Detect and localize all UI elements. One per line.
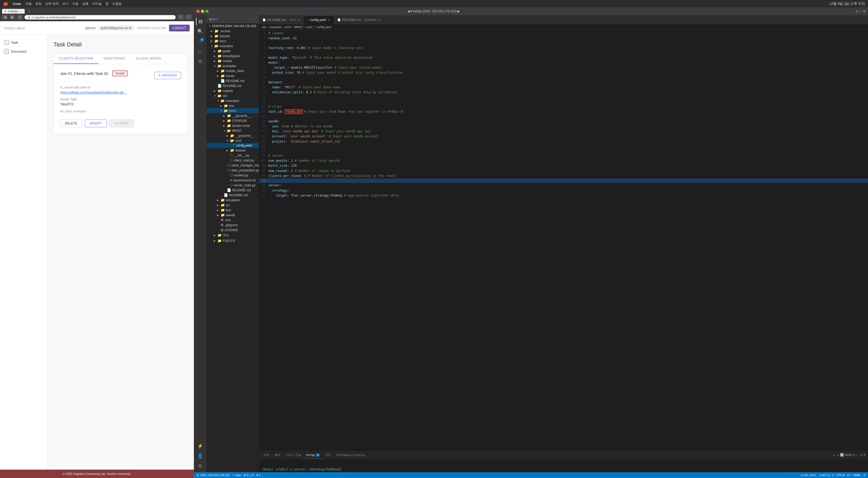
close-window-button[interactable] bbox=[196, 10, 199, 13]
tree-item-dataset[interactable]: ▶ 📁 dataset bbox=[207, 34, 259, 38]
back-button[interactable]: ◀ bbox=[2, 15, 8, 20]
tree-item-client-manager[interactable]: ⬡ client_manager_main.py bbox=[207, 163, 259, 168]
menu-help[interactable]: 도움말 bbox=[112, 2, 122, 6]
tree-item-simulation[interactable]: ▶ 📁 simulation bbox=[207, 198, 259, 203]
tab-clients-selection[interactable]: CLIENTS SELECTION bbox=[54, 54, 98, 64]
tree-item-readme4[interactable]: 📄 README.md bbox=[207, 192, 259, 198]
ports-tab[interactable]: 포트 bbox=[322, 451, 334, 458]
files-count[interactable]: ♥ 2 bbox=[256, 474, 261, 477]
tree-item-readme-mobile[interactable]: 📄 README.md bbox=[207, 78, 259, 83]
menu-run[interactable]: 실행 bbox=[82, 2, 89, 6]
tree-item-cifar[interactable]: ▶ 📁 CIFAR100 bbox=[207, 118, 259, 123]
tree-item-docs[interactable]: ▶ 📁 docs bbox=[207, 38, 259, 43]
git-activity-icon[interactable]: ⑂ 2 bbox=[196, 37, 204, 46]
menu-dots-button[interactable]: ⋮ bbox=[185, 15, 192, 20]
tree-item-client-main[interactable]: ⬡ client_main.py bbox=[207, 158, 259, 163]
maximize-window-button[interactable] bbox=[206, 10, 209, 13]
sidebar-item-task[interactable]: + Task bbox=[0, 38, 47, 47]
tree-item-conf[interactable]: ▼ 📂 conf bbox=[207, 138, 259, 143]
tree-item-test[interactable]: ▶ 📁 test bbox=[207, 103, 259, 108]
tree-item-wandb[interactable]: ▶ 📁 wandb bbox=[207, 212, 259, 217]
output-tab[interactable]: 출력 bbox=[272, 451, 283, 458]
tree-item-vscode[interactable]: ▶ 📁 .vscode bbox=[207, 29, 259, 34]
minimize-window-button[interactable] bbox=[201, 10, 204, 13]
tree-item-torch[interactable]: ▼ 📂 torch bbox=[207, 108, 259, 113]
editor-tab-config-yaml[interactable]: ! config.yaml ✕ bbox=[304, 15, 334, 24]
problems-tab[interactable]: 문제 bbox=[261, 451, 272, 458]
remote-activity-icon[interactable]: ⚡ bbox=[196, 442, 204, 450]
feedback-icon[interactable]: ♔ bbox=[863, 474, 866, 477]
tree-item-license[interactable]: ⊞ LICENSE bbox=[207, 228, 259, 233]
reload-button[interactable]: ↻ bbox=[17, 15, 23, 20]
spaces[interactable]: 스페이스: 2 bbox=[819, 473, 834, 477]
tree-item-models[interactable]: ⬡ models.py bbox=[207, 173, 259, 178]
terminal-tab[interactable]: 터미널 2 bbox=[303, 451, 322, 458]
tree-item-mobile[interactable]: ▶ 📁 mobile bbox=[207, 58, 259, 63]
tree-item-config-yaml[interactable]: ! config.yaml bbox=[207, 143, 259, 148]
line-ending[interactable]: LF bbox=[847, 474, 850, 477]
tree-item-examples[interactable]: ▼ 📂 examples bbox=[207, 43, 259, 49]
tree-item-mnist[interactable]: ▼ 📂 MNIST bbox=[207, 128, 259, 133]
tree-item-readme2[interactable]: 📄 README.md bbox=[207, 83, 259, 88]
tree-item-overview[interactable]: ▶ 📁 개요 bbox=[207, 233, 259, 238]
tree-item-examples2[interactable]: ▼ 📂 examples bbox=[207, 63, 259, 68]
tab-monitoring[interactable]: MONITORING bbox=[98, 54, 131, 64]
debug-console-tab[interactable]: 디버그 콘솔 bbox=[283, 451, 303, 458]
tree-item-readme3[interactable]: 📄 README.md bbox=[207, 188, 259, 192]
tree-item-requirements[interactable]: ≡ requirements.txt bbox=[207, 178, 259, 183]
new-tab-button[interactable]: ＋ bbox=[27, 9, 31, 13]
editor-tab-readme-examples[interactable]: 📄 README.md .../examples ✕ bbox=[334, 15, 384, 24]
settings-activity-icon[interactable]: ⚙ bbox=[196, 462, 204, 470]
menu-edit[interactable]: 편집 bbox=[35, 2, 42, 6]
forward-button[interactable]: ▶ bbox=[9, 15, 15, 20]
tree-item-mobile-client[interactable]: ▶ 📁 mobile_client bbox=[207, 68, 259, 73]
tree-item-init[interactable]: ⬡ __init__.py bbox=[207, 153, 259, 158]
tree-item-server[interactable]: ▶ 📁 server bbox=[207, 73, 259, 78]
language-mode[interactable]: YAML bbox=[853, 474, 861, 477]
tree-item-outputs[interactable]: ▶ 📁 outputs bbox=[207, 88, 259, 93]
tree-item-src[interactable]: ▶ 📁 src bbox=[207, 203, 259, 208]
tree-item-pycache2[interactable]: ▶ 📁 __pycache__ bbox=[207, 133, 259, 138]
explorer-activity-icon[interactable]: ⊟ bbox=[196, 17, 204, 26]
tree-item-server-main[interactable]: ⬡ server_main.py bbox=[207, 183, 259, 188]
tree-item-industrypack[interactable]: ▶ 📁 industrypack bbox=[207, 54, 259, 58]
tab-close-icon[interactable]: ✕ bbox=[378, 18, 380, 22]
delete-button[interactable]: DELETE bbox=[60, 119, 82, 127]
menu-go[interactable]: 이동 bbox=[72, 2, 79, 6]
url-bar[interactable]: 🔒 ccl.gachon.ac.kr/fedops/task/mnist bbox=[24, 15, 176, 20]
root-folder[interactable]: ▼ FEDOPS [SSH: 210.102.178.122] bbox=[207, 23, 259, 29]
tree-item-examples3[interactable]: ▼ 📂 examples bbox=[207, 98, 259, 103]
panel-toggle-icon[interactable]: □ bbox=[860, 10, 862, 13]
encoding[interactable]: UTF-8 bbox=[836, 474, 844, 477]
menu-window[interactable]: 창 bbox=[105, 2, 108, 6]
menu-file[interactable]: 파일 bbox=[25, 2, 32, 6]
tab-global-model[interactable]: GLOBAL MODEL bbox=[130, 54, 167, 64]
run-activity-icon[interactable]: ▷ bbox=[196, 47, 204, 56]
tree-item-silo[interactable]: ▼ 📂 silo bbox=[207, 93, 259, 98]
tree-item-guide[interactable]: ▶ 📁 guide bbox=[207, 49, 259, 54]
refresh-button[interactable]: ↻ REFRESH bbox=[154, 72, 181, 79]
tree-item-docker[interactable]: ▶ 📁 docker-mnist bbox=[207, 123, 259, 128]
account-activity-icon[interactable]: 👤 bbox=[196, 452, 204, 460]
postman-tab[interactable]: POSTMAN CONSOLE bbox=[334, 451, 368, 458]
tree-item-dataset2[interactable]: ▶ 📁 dataset bbox=[207, 148, 259, 153]
bookmark-button[interactable]: ☆ bbox=[177, 15, 184, 20]
explorer-menu-icon[interactable]: ··· bbox=[254, 18, 256, 21]
modify-button[interactable]: MODIFY bbox=[85, 119, 107, 127]
menu-select[interactable]: 선택 영역 bbox=[45, 2, 59, 6]
tree-item-data-prep[interactable]: ⬡ data_preparation.py bbox=[207, 168, 259, 173]
ssh-status[interactable]: ⚡ SSH: 210.102.178.122 bbox=[196, 474, 229, 477]
tab-close-icon[interactable]: ✕ bbox=[20, 10, 22, 13]
tree-item-pycache[interactable]: ▶ 📁 __pycache__ bbox=[207, 113, 259, 118]
errors-count[interactable]: ⊗ 0 △ 0 bbox=[244, 474, 254, 477]
logout-button[interactable]: LOGOUT bbox=[169, 25, 190, 31]
menu-view[interactable]: 보기 bbox=[62, 2, 69, 6]
tree-item-timeline[interactable]: ▶ 📁 타임라인 bbox=[207, 238, 259, 243]
git-branch[interactable]: ⑂ main bbox=[232, 474, 241, 477]
search-activity-icon[interactable]: 🔍 bbox=[196, 27, 204, 36]
extensions-activity-icon[interactable]: ⊞ bbox=[196, 57, 204, 65]
terminal-controls[interactable]: ＋ ∨ 🔡 bash ✕ ⋯ ∧ ✕ bbox=[833, 453, 866, 457]
layout-icon[interactable]: ⊞ bbox=[863, 10, 865, 13]
code-editor[interactable]: 1 # Common 2 random_seed: 42 3 4 learnin… bbox=[259, 30, 868, 451]
fl-server-url[interactable]: 'https://github.com/YangSemo/FedOpsSilo.… bbox=[60, 91, 126, 94]
